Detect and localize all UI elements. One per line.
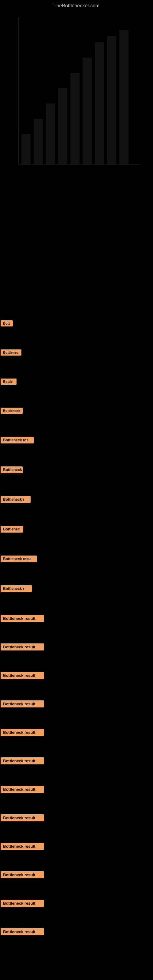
bottleneck-result-label: Bottle: [1, 379, 16, 385]
results-section: Bott Bottlenec Bottle Bottleneck Bottlen…: [0, 318, 153, 939]
list-item: Bottleneck result: [0, 641, 153, 654]
bottleneck-result-label: Bottleneck result: [1, 672, 44, 679]
bottleneck-result-label: Bottleneck res: [1, 437, 33, 444]
bottleneck-result-label: Bottlenec: [1, 350, 21, 356]
list-item: Bottleneck result: [0, 926, 153, 939]
bottleneck-result-label: Bottleneck result: [1, 757, 44, 764]
bottleneck-result-label: Bottleneck result: [1, 814, 44, 821]
list-item: Bottleneck r: [0, 583, 153, 596]
bottleneck-result-label: Bottleneck result: [1, 786, 44, 793]
bottleneck-result-label: Bottleneck result: [1, 700, 44, 708]
list-item: Bottleneck result: [0, 812, 153, 825]
list-item: Bottleneck result: [0, 612, 153, 626]
svg-rect-8: [95, 42, 104, 165]
list-item: Bottleneck result: [0, 897, 153, 910]
list-item: Bottleneck result: [0, 698, 153, 711]
svg-rect-6: [70, 73, 80, 165]
bottleneck-result-label: Bottleneck r: [1, 496, 30, 503]
list-item: Bottleneck result: [0, 726, 153, 740]
bottleneck-result-label: Bottleneck result: [1, 643, 44, 651]
bottleneck-result-label: Bott: [1, 320, 13, 326]
list-item: Bottle: [0, 376, 153, 388]
site-title: TheBottlenecker.com: [0, 0, 153, 12]
svg-rect-9: [107, 36, 116, 165]
svg-rect-2: [21, 134, 30, 165]
svg-rect-4: [46, 103, 55, 165]
list-item: Bottleneck resu: [0, 553, 153, 566]
bottleneck-result-label: Bottleneck resu: [1, 555, 37, 562]
svg-rect-5: [58, 88, 67, 165]
bottleneck-result-label: Bottleneck result: [1, 928, 44, 935]
bottleneck-result-label: Bottleneck result: [1, 900, 44, 907]
list-item: Bottlenec: [0, 347, 153, 359]
list-item: Bottleneck res: [0, 434, 153, 447]
bottleneck-result-label: Bottlenec: [1, 526, 23, 533]
list-item: Bottleneck result: [0, 869, 153, 882]
bottleneck-result-label: Bottleneck r: [1, 585, 32, 592]
list-item: Bott: [0, 318, 153, 330]
list-item: Bottleneck: [0, 464, 153, 477]
list-item: Bottleneck: [0, 405, 153, 417]
list-item: Bottleneck r: [0, 494, 153, 506]
bottleneck-result-label: Bottleneck result: [1, 615, 44, 622]
list-item: Bottlenec: [0, 523, 153, 536]
bottleneck-result-label: Bottleneck: [1, 407, 22, 414]
bottleneck-result-label: Bottleneck result: [1, 871, 44, 878]
bottleneck-result-label: Bottleneck result: [1, 729, 44, 736]
bottleneck-result-label: Bottleneck: [1, 466, 22, 473]
list-item: Bottleneck result: [0, 670, 153, 682]
svg-rect-3: [33, 119, 43, 165]
list-item: Bottleneck result: [0, 755, 153, 768]
bottleneck-result-label: Bottleneck result: [1, 843, 44, 850]
list-item: Bottleneck result: [0, 840, 153, 854]
list-item: Bottleneck result: [0, 783, 153, 797]
svg-rect-7: [83, 57, 92, 165]
svg-rect-10: [120, 30, 129, 165]
chart-area: [0, 12, 153, 189]
